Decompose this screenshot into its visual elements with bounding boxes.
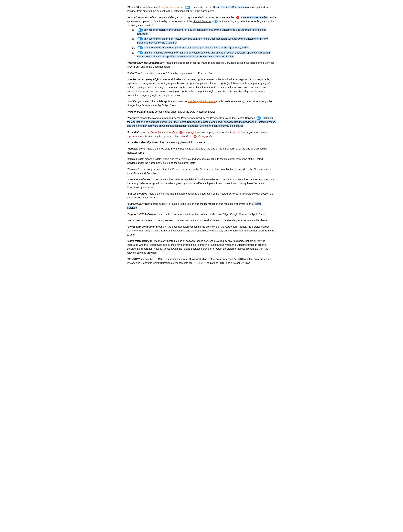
or-badge-1: or [236, 16, 239, 19]
underline-dpl: Data Protection Laws [190, 110, 214, 113]
defect-exclusion-d: (d) ● an incompatibility between the Pla… [132, 51, 276, 59]
term-set-up-services: Set Up Services [128, 192, 147, 195]
defect-exclusions-list: (a) ● any act or omission of the Custome… [132, 28, 276, 58]
definition-service-data: "Service Data" means all data, works and… [127, 157, 276, 165]
definition-swb: "Supported Web Browser" means the curren… [127, 212, 276, 216]
term-hss: Hosted Services Specification [128, 61, 164, 64]
term-service-data: Service Data [128, 158, 143, 160]
highlight-jurisdiction: jurisdiction [233, 131, 245, 133]
underline-customer-data: Customer Data [178, 161, 195, 164]
italic-google-play: Google Play Store [127, 104, 148, 107]
term-personal-data: Personal Data [128, 110, 145, 113]
highlight-hosted-services-specification: Hosted Services Specification [213, 6, 246, 8]
definition-third-party: "Third Party Services" means any hosted,… [127, 239, 276, 255]
list-label-d: (d) [132, 51, 137, 55]
toggle-c[interactable]: ● [138, 46, 143, 50]
toggle-d[interactable]: ● [138, 51, 143, 54]
term-initial-term: Initial Term [128, 72, 141, 75]
term-hosted-services: Hosted Services [128, 6, 148, 8]
term-third-party: Third Party Services [128, 239, 152, 242]
or-badge-3: or [194, 135, 197, 138]
or-badge-2: or [179, 131, 183, 134]
italic-apple-app-store: Apple App Store [157, 104, 176, 107]
definition-sof: "Services Order Form" means an online or… [127, 177, 276, 189]
list-label-c: (c) [132, 45, 137, 50]
underline-platform-1: Platform [201, 61, 210, 64]
term-terms-conditions: Terms and Conditions [128, 225, 155, 228]
highlight-material-adverse: material adverse effect [242, 16, 268, 19]
underline-hs-3: Hosted Services [236, 116, 255, 119]
underline-hs-5: Hosted Services [220, 192, 238, 195]
definition-hosted-services: "Hosted Services" means identify hosted … [127, 5, 276, 13]
definition-terms-conditions: "Terms and Conditions" means all the doc… [127, 225, 276, 237]
defect-exclusion-a: (a) ● any act or omission of the Custome… [132, 28, 276, 36]
underline-sof-2: Services Order Form [131, 196, 155, 199]
highlight-address-2: address [183, 135, 192, 138]
highlight-company-name: company name [183, 131, 201, 133]
highlight-mobile-app-name: mobile application name [188, 100, 215, 103]
list-label-a: (a) [132, 28, 137, 32]
underline-initial-term: Initial Term [223, 147, 235, 150]
term-term: Term [128, 219, 134, 222]
term-uk-gdpr: UK GDPR [128, 258, 139, 260]
toggle-platform[interactable]: ● [256, 116, 261, 120]
definition-term: "Term" means the term of the Agreement, … [127, 218, 276, 222]
term-sof: Services Order Form [128, 178, 153, 181]
highlight-identify-hosted-services: identify hosted services [158, 6, 184, 8]
term-support-services: Support Services [128, 202, 149, 205]
list-label-b: (b) [132, 37, 137, 41]
underline-hs-2: Hosted Services [216, 61, 234, 64]
toggle-a[interactable]: ● [138, 28, 143, 32]
term-services: Services [128, 168, 138, 171]
highlight-address-1: address [169, 131, 178, 133]
term-hosted-services-defect: Hosted Services Defect [128, 16, 156, 19]
list-content-c: ● a failure of the Customer to perform o… [137, 45, 276, 50]
toggle-hosted-services[interactable]: ● [185, 6, 190, 9]
definition-ipr: "Intellectual Property Rights" means all… [127, 77, 276, 97]
underline-effective-date: Effective Date [198, 72, 214, 75]
document-content: "Hosted Services" means identify hosted … [127, 5, 276, 265]
definition-pie: "Provider Indemnity Event" has the meani… [127, 140, 276, 144]
definition-provider: "Provider" means individual name of addr… [127, 130, 276, 138]
underline-renewal-term: Renewal Term [127, 151, 143, 154]
highlight-identify-party: identify party [198, 135, 212, 138]
definition-support-services: "Support Services" means support in rela… [127, 202, 276, 210]
list-content-a: ● any act or omission of the Customer or… [137, 28, 276, 36]
term-ipr: Intellectual Property Rights [128, 78, 161, 81]
toggle-hosted-services-defect[interactable]: ● [213, 20, 218, 23]
definition-hosted-services-defect: "Hosted Services Defect" means a defect,… [127, 15, 276, 59]
highlight-individual-name: individual name [148, 131, 166, 133]
definition-set-up-services: "Set Up Services" means the configuratio… [127, 192, 276, 200]
list-content-b: ● any use of the Platform or Hosted Serv… [137, 37, 276, 45]
term-renewal-term: Renewal Term [128, 147, 145, 150]
highlight-reg-number: registration number [127, 135, 149, 138]
term-pie: Provider Indemnity Event [128, 141, 158, 144]
definition-platform: "Platform" means the platform managed by… [127, 116, 276, 128]
term-platform: Platform [128, 116, 138, 119]
definition-hss: "Hosted Services Specification" means th… [127, 61, 276, 69]
underline-hosted-services-1: Hosted Services [193, 20, 211, 23]
definition-services: "Services" means any services that the P… [127, 167, 276, 175]
list-content-d: ● an incompatibility between the Platfor… [137, 51, 276, 59]
definition-renewal-term: "Renewal Term" means a period of 12 mont… [127, 147, 276, 155]
definition-mobile-app: "Mobile App" means the mobile applicatio… [127, 99, 276, 107]
definition-uk-gdpr: "UK GDPR" means the EU GDPR as transpose… [127, 257, 276, 265]
term-provider: Provider [128, 131, 138, 133]
definition-initial-term: "Initial Term" means the period of 12 mo… [127, 71, 276, 75]
defect-exclusion-b: (b) ● any use of the Platform or Hosted … [132, 37, 276, 45]
term-mobile-app: Mobile App [128, 100, 141, 103]
toggle-b[interactable]: ● [138, 37, 143, 40]
definition-personal-data: "Personal Data" means personal data unde… [127, 110, 276, 114]
underline-documentation-1: Documentation [153, 65, 170, 68]
term-swb: Supported Web Browser [128, 213, 157, 215]
defect-exclusion-c: (c) ● a failure of the Customer to perfo… [132, 45, 276, 50]
